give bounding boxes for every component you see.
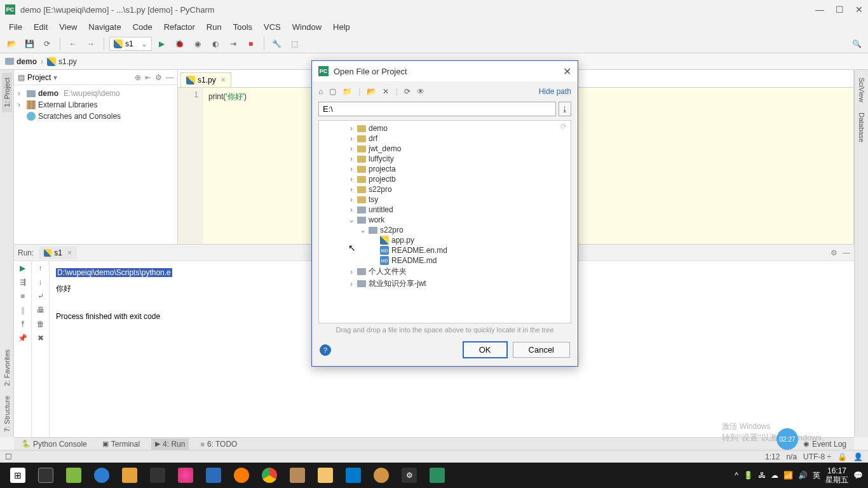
dialog-close-icon[interactable]: ✕ [563, 65, 571, 78]
notifications-icon[interactable]: 💬 [853, 471, 863, 480]
dialog-tree-row[interactable]: ›luffycity [319, 154, 571, 164]
collapse-icon[interactable]: ⇤ [145, 73, 151, 82]
volume-icon[interactable]: 🔊 [798, 471, 808, 480]
menu-help[interactable]: Help [328, 21, 355, 33]
tab-database[interactable]: Database [857, 107, 867, 147]
dialog-tree-row[interactable]: ›demo [319, 123, 571, 133]
scroll-icon[interactable]: ✖ [37, 334, 44, 342]
cancel-button[interactable]: Cancel [513, 342, 570, 358]
dialog-tree-row[interactable]: ⌄s22pro [319, 225, 571, 235]
pause-icon[interactable]: ‖ [21, 306, 25, 315]
hide-icon[interactable]: — [843, 248, 850, 257]
refresh-icon[interactable]: ⟳ [404, 87, 410, 96]
status-lock-icon[interactable]: 🔒 [837, 452, 847, 461]
history-icon[interactable]: ⭳ [559, 102, 571, 116]
expand-icon[interactable]: › [348, 154, 355, 163]
run-tab-s1[interactable]: s1 × [39, 247, 77, 259]
menu-window[interactable]: Window [287, 21, 327, 33]
settings-icon[interactable]: ⚙ [397, 464, 422, 487]
app-icon-2[interactable] [89, 464, 114, 487]
project-pane-title[interactable]: ▤ Project ▾ [18, 73, 135, 82]
expand-icon[interactable]: › [348, 280, 355, 288]
tab-favorites[interactable]: 2: Favorites [2, 344, 12, 391]
maximize-button[interactable]: ☐ [836, 4, 844, 15]
breadcrumb-folder[interactable]: demo [5, 57, 37, 66]
vscode-icon[interactable] [341, 464, 366, 487]
firefox-icon[interactable] [229, 464, 254, 487]
dialog-tree-row[interactable]: ›jwt_demo [319, 144, 571, 154]
app-icon-7[interactable] [285, 464, 310, 487]
expand-icon[interactable]: › [18, 100, 24, 109]
menu-file[interactable]: File [4, 21, 27, 33]
tab-python-console[interactable]: 🐍 Python Console [18, 438, 91, 450]
explorer-icon[interactable] [313, 464, 338, 487]
rerun-icon[interactable]: ▶ [20, 264, 25, 273]
app-icon-5[interactable] [173, 464, 198, 487]
dialog-tree-row[interactable]: ›projectb [319, 174, 571, 184]
expand-icon[interactable]: ⌄ [348, 215, 355, 224]
menu-refactor[interactable]: Refactor [159, 21, 200, 33]
status-man-icon[interactable]: 👤 [853, 452, 863, 461]
app-icon-6[interactable] [201, 464, 226, 487]
status-na[interactable]: n/a [786, 452, 797, 461]
tab-terminal[interactable]: ▣ Terminal [98, 438, 144, 450]
status-hint-icon[interactable]: ☐ [5, 452, 12, 461]
breadcrumb-file[interactable]: s1.py [47, 57, 77, 66]
back-icon[interactable]: ← [65, 36, 81, 51]
app-icon-4[interactable] [145, 464, 170, 487]
delete-icon[interactable]: ✕ [383, 87, 389, 96]
hide-icon[interactable]: — [166, 73, 173, 82]
up-icon[interactable]: ↑ [39, 264, 43, 273]
menu-run[interactable]: Run [201, 21, 227, 33]
project-tree[interactable]: › demo E:\wupeiqi\demo › External Librar… [14, 85, 177, 244]
taskview-icon[interactable] [33, 464, 58, 487]
home-icon[interactable]: ⌂ [318, 87, 323, 96]
expand-icon[interactable]: › [348, 144, 355, 153]
search-icon[interactable]: 🔍 [849, 36, 864, 51]
gear-icon[interactable]: ⚙ [155, 73, 162, 82]
tab-run[interactable]: ▶ 4: Run [151, 438, 189, 450]
tab-project[interactable]: 1: Project [2, 72, 12, 112]
dialog-tree-row[interactable]: ›s22pro [319, 184, 571, 194]
expand-icon[interactable]: › [348, 175, 355, 184]
status-encoding[interactable]: UTF-8 ÷ [803, 452, 831, 461]
dialog-tree-row[interactable]: ›tsy [319, 194, 571, 205]
close-tab-icon[interactable]: × [67, 248, 72, 257]
wrap-icon[interactable]: ⤶ [37, 292, 44, 301]
forward-icon[interactable]: → [83, 36, 98, 51]
dialog-tree-row[interactable]: ›projecta [319, 164, 571, 174]
expand-icon[interactable]: › [348, 205, 355, 214]
path-input[interactable] [318, 102, 556, 116]
stop-icon[interactable]: ■ [20, 292, 25, 301]
dialog-tree-row[interactable]: ›untitled [319, 205, 571, 215]
app-icon-8[interactable] [369, 464, 394, 487]
tab-event-log[interactable]: ◉ Event Log [799, 438, 850, 450]
project-icon[interactable]: ▢ [329, 87, 336, 96]
stop-icon[interactable]: ■ [243, 36, 259, 51]
attach-icon[interactable]: ⇥ [226, 36, 241, 51]
expand-icon[interactable]: › [348, 124, 355, 133]
tab-todo[interactable]: ≡ 6: TODO [196, 438, 241, 450]
ok-button[interactable]: OK [463, 341, 508, 358]
menu-view[interactable]: View [54, 21, 82, 33]
open-icon[interactable]: 📂 [4, 36, 19, 51]
editor-tab-s1[interactable]: s1.py × [180, 72, 231, 87]
pin-icon[interactable]: 📌 [18, 334, 27, 342]
structure-icon[interactable]: ⬚ [287, 36, 302, 51]
tab-structure[interactable]: 7: Structure [2, 391, 12, 437]
taskbar-clock[interactable]: 16:17 星期五 [825, 466, 848, 485]
tree-row-external-libs[interactable]: › External Libraries [14, 99, 177, 111]
dialog-tree-row[interactable]: ›个人文件夹 [319, 266, 571, 278]
target-icon[interactable]: ⊕ [135, 73, 141, 82]
print-icon[interactable]: 🖶 [37, 306, 44, 315]
tab-sciview[interactable]: SciView [857, 72, 867, 107]
close-tab-icon[interactable]: × [221, 76, 226, 85]
dialog-tree-row[interactable]: ›drf [319, 133, 571, 144]
tree-row-demo[interactable]: › demo E:\wupeiqi\demo [14, 88, 177, 99]
help-icon[interactable]: ? [320, 344, 331, 356]
hide-path-link[interactable]: Hide path [539, 87, 571, 96]
menu-navigate[interactable]: Navigate [83, 21, 126, 33]
app-icon-1[interactable] [61, 464, 86, 487]
menu-code[interactable]: Code [128, 21, 158, 33]
dialog-tree-row[interactable]: MDREADME.md [319, 255, 571, 266]
